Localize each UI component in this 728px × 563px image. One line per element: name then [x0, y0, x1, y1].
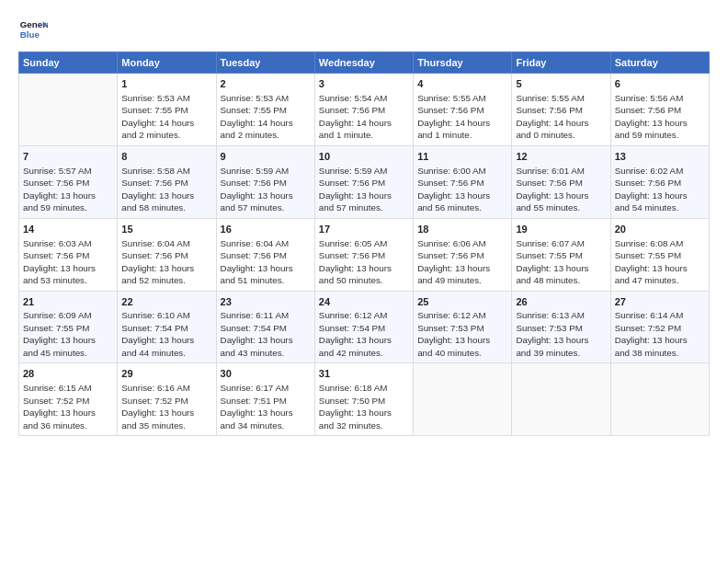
- weekday-header-friday: Friday: [512, 52, 610, 74]
- calendar-cell: 16Sunrise: 6:04 AM Sunset: 7:56 PM Dayli…: [216, 218, 314, 291]
- calendar-cell: 12Sunrise: 6:01 AM Sunset: 7:56 PM Dayli…: [512, 145, 610, 218]
- calendar-cell: 27Sunrise: 6:14 AM Sunset: 7:52 PM Dayli…: [610, 291, 709, 363]
- day-info: Sunrise: 6:11 AM Sunset: 7:54 PM Dayligh…: [221, 310, 293, 358]
- week-row-3: 14Sunrise: 6:03 AM Sunset: 7:56 PM Dayli…: [19, 218, 710, 291]
- calendar-cell: 7Sunrise: 5:57 AM Sunset: 7:56 PM Daylig…: [19, 145, 118, 218]
- day-info: Sunrise: 5:54 AM Sunset: 7:56 PM Dayligh…: [319, 93, 392, 141]
- day-number: 19: [516, 223, 606, 236]
- calendar-cell: 21Sunrise: 6:09 AM Sunset: 7:55 PM Dayli…: [19, 291, 118, 363]
- day-info: Sunrise: 6:03 AM Sunset: 7:56 PM Dayligh…: [23, 238, 96, 286]
- calendar-cell: 19Sunrise: 6:07 AM Sunset: 7:55 PM Dayli…: [512, 218, 610, 291]
- week-row-4: 21Sunrise: 6:09 AM Sunset: 7:55 PM Dayli…: [19, 291, 710, 363]
- weekday-header-wednesday: Wednesday: [314, 52, 413, 74]
- calendar-cell: 6Sunrise: 5:56 AM Sunset: 7:56 PM Daylig…: [610, 74, 709, 146]
- day-info: Sunrise: 6:15 AM Sunset: 7:52 PM Dayligh…: [23, 383, 96, 431]
- day-info: Sunrise: 5:55 AM Sunset: 7:56 PM Dayligh…: [417, 93, 490, 141]
- day-number: 18: [417, 223, 507, 236]
- weekday-header-monday: Monday: [118, 52, 216, 74]
- calendar-cell: 13Sunrise: 6:02 AM Sunset: 7:56 PM Dayli…: [610, 145, 709, 218]
- calendar-cell: [610, 363, 709, 436]
- calendar-cell: 22Sunrise: 6:10 AM Sunset: 7:54 PM Dayli…: [118, 291, 216, 363]
- day-info: Sunrise: 6:17 AM Sunset: 7:51 PM Dayligh…: [221, 383, 293, 431]
- day-info: Sunrise: 5:59 AM Sunset: 7:56 PM Dayligh…: [319, 166, 392, 213]
- day-info: Sunrise: 6:16 AM Sunset: 7:52 PM Dayligh…: [121, 383, 194, 431]
- day-number: 25: [417, 295, 507, 309]
- calendar-cell: 25Sunrise: 6:12 AM Sunset: 7:53 PM Dayli…: [414, 291, 512, 363]
- day-info: Sunrise: 6:02 AM Sunset: 7:56 PM Dayligh…: [615, 166, 688, 213]
- day-info: Sunrise: 6:05 AM Sunset: 7:56 PM Dayligh…: [319, 238, 392, 286]
- weekday-header-saturday: Saturday: [610, 52, 709, 74]
- day-number: 12: [516, 150, 606, 164]
- day-number: 6: [615, 77, 705, 91]
- week-row-1: 1Sunrise: 5:53 AM Sunset: 7:55 PM Daylig…: [19, 74, 710, 146]
- weekday-header-row: SundayMondayTuesdayWednesdayThursdayFrid…: [19, 52, 710, 74]
- calendar-cell: 14Sunrise: 6:03 AM Sunset: 7:56 PM Dayli…: [19, 218, 118, 291]
- day-number: 22: [121, 295, 211, 309]
- day-number: 30: [221, 367, 311, 381]
- day-number: 11: [417, 150, 507, 164]
- calendar-cell: 26Sunrise: 6:13 AM Sunset: 7:53 PM Dayli…: [512, 291, 610, 363]
- day-info: Sunrise: 6:08 AM Sunset: 7:55 PM Dayligh…: [615, 238, 688, 286]
- day-number: 16: [221, 223, 311, 236]
- calendar-cell: 20Sunrise: 6:08 AM Sunset: 7:55 PM Dayli…: [610, 218, 709, 291]
- day-number: 8: [121, 150, 211, 164]
- day-number: 2: [221, 77, 311, 91]
- day-number: 13: [615, 150, 705, 164]
- day-info: Sunrise: 6:09 AM Sunset: 7:55 PM Dayligh…: [23, 310, 96, 358]
- day-info: Sunrise: 5:55 AM Sunset: 7:56 PM Dayligh…: [516, 93, 588, 141]
- day-number: 21: [23, 295, 113, 309]
- day-number: 26: [516, 295, 606, 309]
- day-number: 17: [319, 223, 409, 236]
- calendar-cell: 31Sunrise: 6:18 AM Sunset: 7:50 PM Dayli…: [314, 363, 413, 436]
- day-info: Sunrise: 6:01 AM Sunset: 7:56 PM Dayligh…: [516, 166, 588, 213]
- day-number: 7: [23, 150, 113, 164]
- day-number: 5: [516, 77, 606, 91]
- day-info: Sunrise: 6:12 AM Sunset: 7:54 PM Dayligh…: [319, 310, 392, 358]
- calendar-cell: [19, 74, 118, 146]
- day-info: Sunrise: 6:00 AM Sunset: 7:56 PM Dayligh…: [417, 166, 490, 213]
- calendar-cell: 18Sunrise: 6:06 AM Sunset: 7:56 PM Dayli…: [414, 218, 512, 291]
- page: General Blue SundayMondayTuesdayWednesda…: [0, 0, 728, 563]
- day-number: 31: [319, 367, 409, 381]
- day-info: Sunrise: 5:53 AM Sunset: 7:55 PM Dayligh…: [221, 93, 293, 141]
- weekday-header-tuesday: Tuesday: [216, 52, 314, 74]
- calendar-cell: [512, 363, 610, 436]
- day-info: Sunrise: 6:07 AM Sunset: 7:55 PM Dayligh…: [516, 238, 588, 286]
- calendar-cell: 28Sunrise: 6:15 AM Sunset: 7:52 PM Dayli…: [19, 363, 118, 436]
- day-number: 24: [319, 295, 409, 309]
- calendar-cell: [414, 363, 512, 436]
- calendar-cell: 4Sunrise: 5:55 AM Sunset: 7:56 PM Daylig…: [414, 74, 512, 146]
- day-info: Sunrise: 5:53 AM Sunset: 7:55 PM Dayligh…: [121, 93, 194, 141]
- logo-icon: General Blue: [18, 15, 48, 44]
- logo: General Blue: [18, 15, 48, 44]
- week-row-5: 28Sunrise: 6:15 AM Sunset: 7:52 PM Dayli…: [19, 363, 710, 436]
- weekday-header-thursday: Thursday: [414, 52, 512, 74]
- svg-text:Blue: Blue: [20, 29, 40, 40]
- calendar-cell: 30Sunrise: 6:17 AM Sunset: 7:51 PM Dayli…: [216, 363, 314, 436]
- day-info: Sunrise: 5:59 AM Sunset: 7:56 PM Dayligh…: [221, 166, 293, 213]
- calendar-cell: 11Sunrise: 6:00 AM Sunset: 7:56 PM Dayli…: [414, 145, 512, 218]
- calendar-cell: 17Sunrise: 6:05 AM Sunset: 7:56 PM Dayli…: [314, 218, 413, 291]
- calendar-cell: 9Sunrise: 5:59 AM Sunset: 7:56 PM Daylig…: [216, 145, 314, 218]
- calendar-cell: 15Sunrise: 6:04 AM Sunset: 7:56 PM Dayli…: [118, 218, 216, 291]
- day-info: Sunrise: 6:12 AM Sunset: 7:53 PM Dayligh…: [417, 310, 490, 358]
- day-info: Sunrise: 6:06 AM Sunset: 7:56 PM Dayligh…: [417, 238, 490, 286]
- day-number: 3: [319, 77, 409, 91]
- calendar-cell: 1Sunrise: 5:53 AM Sunset: 7:55 PM Daylig…: [118, 74, 216, 146]
- day-number: 4: [417, 77, 507, 91]
- day-number: 9: [221, 150, 311, 164]
- day-number: 29: [121, 367, 211, 381]
- day-info: Sunrise: 6:04 AM Sunset: 7:56 PM Dayligh…: [121, 238, 194, 286]
- calendar-table: SundayMondayTuesdayWednesdayThursdayFrid…: [18, 52, 710, 436]
- day-number: 15: [121, 223, 211, 236]
- calendar-cell: 10Sunrise: 5:59 AM Sunset: 7:56 PM Dayli…: [314, 145, 413, 218]
- day-number: 20: [615, 223, 705, 236]
- day-info: Sunrise: 6:10 AM Sunset: 7:54 PM Dayligh…: [121, 310, 194, 358]
- week-row-2: 7Sunrise: 5:57 AM Sunset: 7:56 PM Daylig…: [19, 145, 710, 218]
- day-number: 14: [23, 223, 113, 236]
- weekday-header-sunday: Sunday: [19, 52, 118, 74]
- day-number: 28: [23, 367, 113, 381]
- day-number: 10: [319, 150, 409, 164]
- day-info: Sunrise: 6:13 AM Sunset: 7:53 PM Dayligh…: [516, 310, 588, 358]
- day-number: 27: [615, 295, 705, 309]
